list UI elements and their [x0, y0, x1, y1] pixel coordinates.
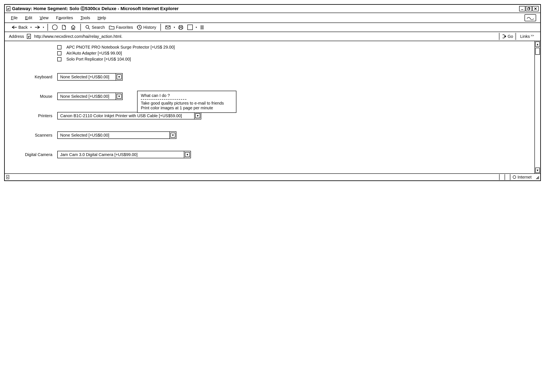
discuss-icon	[200, 25, 204, 30]
edit-button[interactable]	[186, 24, 194, 30]
close-button[interactable]	[532, 6, 539, 11]
back-dropdown-icon[interactable]: ▾	[31, 26, 32, 29]
dropdown-arrow[interactable]: ▼	[169, 132, 176, 139]
toolbar-separator	[80, 24, 81, 31]
home-icon	[70, 24, 76, 30]
window-title: Gateway: Home Segment: Solo ⓒ5300cx Delu…	[12, 6, 518, 12]
print-button[interactable]	[177, 24, 185, 30]
status-panel	[504, 174, 509, 180]
tooltip-heading: What can I do ?	[141, 93, 233, 98]
dropdown-arrow[interactable]: ▼	[194, 112, 201, 119]
scroll-down-button[interactable]: ▼	[535, 168, 540, 173]
address-input-wrap: http://www.necxdirect.com/hai/relay_acti…	[33, 33, 497, 40]
favorites-button[interactable]: Favorites	[108, 24, 134, 30]
arrow-left-icon	[12, 25, 17, 29]
dropdown-arrow[interactable]: ▼	[116, 73, 122, 80]
mail-dropdown-icon[interactable]: ▾	[174, 26, 175, 29]
edit-dropdown-icon[interactable]: ▾	[196, 26, 197, 29]
home-button[interactable]	[69, 24, 77, 30]
tooltip-line: Print color images at 1 page per minute	[141, 106, 233, 110]
keyboard-select[interactable]: None Selected [+US$0.00] ▼	[57, 73, 123, 81]
option-text: APC PNOTE PRO Notebook Surge Protector […	[66, 45, 175, 50]
back-button[interactable]: Back	[11, 24, 28, 30]
dropdown-arrow[interactable]: ▼	[116, 93, 122, 100]
go-label: Go	[508, 34, 513, 39]
go-button[interactable]: Go	[499, 33, 516, 40]
scroll-track[interactable]	[535, 55, 540, 167]
browser-window: e Gateway: Home Segment: Solo ⓒ5300cx De…	[4, 4, 541, 181]
menu-file[interactable]: File	[11, 16, 18, 20]
printers-row: Printers Canon B1C-2110 Color Inkjet Pri…	[9, 112, 530, 120]
status-zone-panel: Internet	[510, 174, 534, 180]
status-bar: e Internet	[5, 173, 540, 181]
scanners-label: Scanners	[9, 133, 52, 138]
forward-dropdown-icon[interactable]: ▾	[43, 26, 44, 29]
menu-tools[interactable]: Tools	[81, 16, 90, 20]
window-controls	[519, 6, 539, 11]
stop-button[interactable]	[51, 24, 58, 30]
keyboard-row: Keyboard None Selected [+US$0.00] ▼	[9, 73, 530, 81]
scroll-up-button[interactable]: ▲	[535, 42, 540, 47]
history-icon	[137, 24, 142, 30]
links-button[interactable]: Links >>	[518, 33, 536, 40]
back-label: Back	[19, 25, 27, 30]
checkbox-port-replicator[interactable]	[57, 57, 62, 61]
camera-row: Digital Camera Jam Cam 3.0 Digital Camer…	[9, 151, 530, 158]
throbber-icon	[525, 14, 536, 21]
address-input[interactable]: http://www.necxdirect.com/hai/relay_acti…	[33, 33, 497, 40]
edit-icon	[187, 24, 193, 30]
svg-point-5	[86, 25, 89, 28]
keyboard-label: Keyboard	[9, 75, 52, 79]
client-area: APC PNOTE PRO Notebook Surge Protector […	[5, 41, 540, 173]
option-text: Air/Auto Adapter [+US$ 99.00]	[66, 51, 122, 56]
option-row: APC PNOTE PRO Notebook Surge Protector […	[9, 45, 530, 50]
search-button[interactable]: Search	[84, 24, 105, 30]
camera-select[interactable]: Jam Cam 3.0 Digital Camera [+US$99.00] ▼	[57, 151, 191, 158]
forward-button[interactable]	[34, 25, 41, 30]
svg-point-16	[513, 176, 516, 179]
keyboard-selected: None Selected [+US$0.00]	[58, 73, 116, 80]
camera-selected: Jam Cam 3.0 Digital Camera [+US$99.00]	[58, 151, 184, 158]
tooltip-line: Take good quality pictures to e-mail to …	[141, 101, 233, 106]
dropdown-arrow[interactable]: ▼	[184, 151, 191, 158]
info-tooltip: What can I do ? Take good quality pictur…	[137, 91, 236, 113]
address-bar: Address e http://www.necxdirect.com/hai/…	[5, 32, 540, 41]
scanners-select[interactable]: None Selected [+US$0.00] ▼	[57, 131, 176, 139]
globe-icon	[513, 175, 516, 179]
mail-button[interactable]	[164, 24, 172, 30]
menu-view[interactable]: View	[40, 16, 49, 20]
app-ie-icon: e	[6, 6, 10, 11]
links-label: Links	[520, 34, 530, 39]
refresh-button[interactable]	[60, 24, 68, 30]
minimize-button[interactable]	[519, 6, 525, 11]
menu-edit[interactable]: Edit	[25, 16, 32, 20]
printers-select[interactable]: Canon B1C-2110 Color Inkjet Printer with…	[57, 112, 201, 120]
option-row: Solo Port Replicator [+US$ 104.00]	[9, 57, 530, 62]
folder-icon	[109, 25, 115, 30]
title-bar: e Gateway: Home Segment: Solo ⓒ5300cx De…	[5, 5, 540, 13]
go-icon	[502, 34, 506, 39]
menu-help[interactable]: Help	[98, 16, 106, 20]
menu-favorites[interactable]: Favorites	[56, 16, 73, 20]
favorites-label: Favorites	[116, 25, 133, 30]
scanners-row: Scanners None Selected [+US$0.00] ▼	[9, 131, 530, 139]
discuss-button[interactable]	[199, 24, 205, 30]
page-ie-icon: e	[27, 34, 31, 39]
checkbox-air-auto-adapter[interactable]	[57, 51, 62, 55]
svg-rect-11	[180, 28, 182, 29]
menu-bar: File Edit View Favorites Tools Help	[5, 13, 540, 23]
status-ie-icon: e	[6, 175, 9, 179]
checkbox-surge-protector[interactable]	[57, 45, 62, 49]
resize-grip[interactable]	[535, 175, 539, 179]
toolbar-separator	[160, 24, 161, 31]
mouse-select[interactable]: None Selected [+US$0.00] ▼	[57, 93, 123, 100]
vertical-scrollbar[interactable]: ▲ ▼	[534, 41, 540, 173]
restore-button[interactable]	[526, 6, 532, 11]
mail-icon	[165, 25, 171, 30]
history-button[interactable]: History	[136, 24, 157, 30]
scroll-thumb[interactable]	[535, 48, 540, 55]
toolbar: Back ▾ ▾ Search Favorites History	[5, 23, 540, 32]
mouse-selected: None Selected [+US$0.00]	[58, 93, 116, 100]
status-zone-label: Internet	[518, 175, 532, 180]
stop-icon	[52, 24, 57, 30]
